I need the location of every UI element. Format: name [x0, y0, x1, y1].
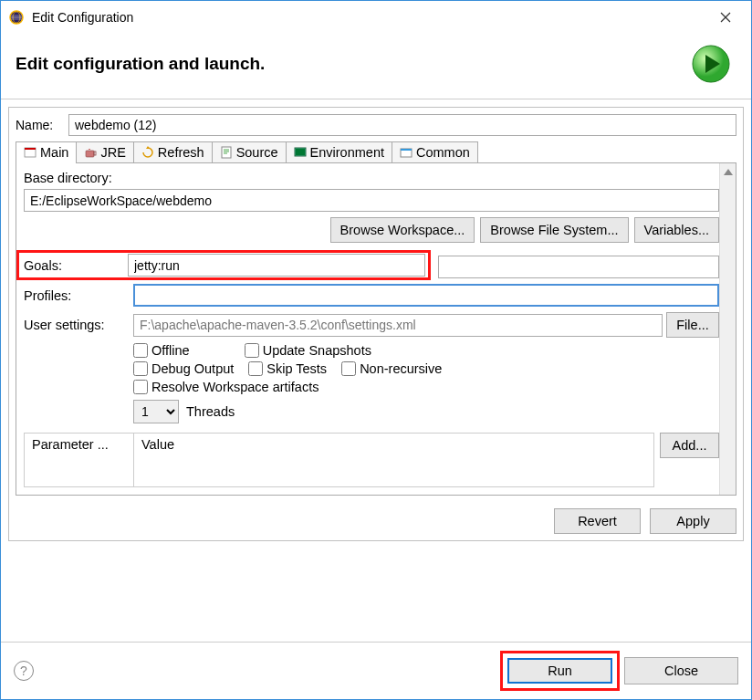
user-settings-input[interactable]	[133, 314, 663, 337]
svg-rect-11	[94, 151, 96, 155]
tab-environment[interactable]: Environment	[286, 141, 392, 162]
revert-button[interactable]: Revert	[554, 508, 641, 534]
tab-content: Base directory: Browse Workspace... Brow…	[16, 163, 736, 496]
resolve-workspace-label[interactable]: Resolve Workspace artifacts	[133, 380, 319, 394]
main-tab-icon	[24, 146, 37, 159]
scrollbar[interactable]	[719, 163, 736, 495]
debug-output-checkbox[interactable]	[133, 361, 148, 376]
tab-jre[interactable]: JRE	[76, 141, 133, 162]
base-directory-label: Base directory:	[24, 171, 112, 185]
svg-rect-19	[401, 149, 412, 151]
browse-filesystem-button[interactable]: Browse File System...	[480, 217, 628, 243]
apply-button[interactable]: Apply	[650, 508, 736, 534]
user-settings-label: User settings:	[24, 318, 130, 332]
config-panel: Name: Main JRE Refresh Source Envi	[8, 107, 744, 541]
skip-tests-label[interactable]: Skip Tests	[248, 361, 327, 376]
threads-select[interactable]: 1	[133, 400, 179, 423]
parameter-column-header: Parameter ...	[25, 434, 134, 486]
variables-button[interactable]: Variables...	[634, 217, 719, 243]
dialog-heading: Edit configuration and launch.	[16, 54, 689, 74]
tab-main-label: Main	[40, 145, 68, 160]
titlebar: Edit Configuration	[1, 1, 751, 33]
svg-rect-10	[86, 151, 94, 157]
close-icon[interactable]	[707, 4, 744, 31]
offline-checkbox[interactable]	[133, 343, 148, 358]
threads-label: Threads	[186, 404, 235, 419]
add-button[interactable]: Add...	[660, 433, 719, 458]
window-title: Edit Configuration	[32, 10, 707, 25]
name-input[interactable]	[68, 114, 736, 136]
update-snapshots-label[interactable]: Update Snapshots	[245, 343, 371, 358]
non-recursive-label[interactable]: Non-recursive	[341, 361, 442, 376]
base-directory-input[interactable]	[24, 189, 719, 212]
dialog-header: Edit configuration and launch.	[1, 33, 751, 99]
goals-label: Goals:	[24, 258, 124, 273]
svg-rect-9	[25, 148, 36, 150]
run-highlight: Run	[503, 653, 617, 688]
run-icon	[689, 42, 733, 86]
refresh-tab-icon	[141, 146, 154, 159]
tab-refresh[interactable]: Refresh	[133, 141, 213, 162]
svg-rect-12	[222, 147, 231, 158]
name-label: Name:	[16, 118, 61, 132]
tab-common[interactable]: Common	[392, 141, 478, 162]
profiles-input[interactable]	[133, 284, 719, 307]
eclipse-icon	[8, 9, 25, 26]
environment-tab-icon	[294, 146, 307, 159]
dialog-footer: ? Run Close	[1, 642, 751, 699]
tab-environment-label: Environment	[310, 145, 384, 160]
help-icon[interactable]: ?	[14, 661, 34, 681]
goals-input[interactable]	[128, 254, 425, 277]
browse-workspace-button[interactable]: Browse Workspace...	[330, 217, 475, 243]
non-recursive-checkbox[interactable]	[341, 361, 356, 376]
tab-source[interactable]: Source	[212, 141, 287, 162]
tab-common-label: Common	[416, 145, 470, 160]
skip-tests-checkbox[interactable]	[248, 361, 263, 376]
tabs: Main JRE Refresh Source Environment Comm…	[16, 141, 736, 163]
resolve-workspace-checkbox[interactable]	[133, 380, 148, 394]
goals-input-ext[interactable]	[438, 256, 719, 278]
common-tab-icon	[400, 146, 413, 159]
source-tab-icon	[220, 146, 233, 159]
offline-checkbox-label[interactable]: Offline	[133, 343, 190, 358]
tab-main[interactable]: Main	[16, 141, 77, 162]
tab-jre-label: JRE	[100, 145, 125, 160]
tab-refresh-label: Refresh	[158, 145, 204, 160]
run-button[interactable]: Run	[507, 658, 612, 684]
jre-tab-icon	[84, 146, 97, 159]
parameter-table[interactable]: Parameter ... Value	[24, 433, 654, 487]
debug-output-label[interactable]: Debug Output	[133, 361, 234, 376]
tab-source-label: Source	[236, 145, 278, 160]
profiles-label: Profiles:	[24, 288, 130, 303]
svg-rect-17	[296, 149, 305, 155]
update-snapshots-checkbox[interactable]	[245, 343, 259, 358]
close-button[interactable]: Close	[624, 657, 738, 684]
file-button[interactable]: File...	[666, 312, 719, 338]
value-column-header: Value	[134, 434, 653, 486]
